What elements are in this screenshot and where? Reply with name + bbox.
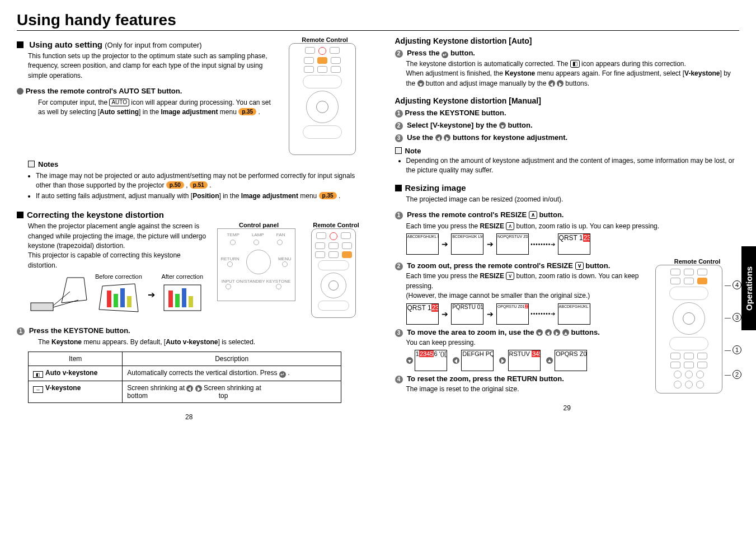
- resize-step3: To move the area to zoom in, use the but…: [395, 328, 646, 337]
- auto-setting-step1-body: For computer input, the AUTO icon will a…: [38, 98, 279, 118]
- svg-marker-14: [188, 387, 191, 391]
- manual-step1: Press the KEYSTONE button.: [395, 109, 740, 118]
- auto-v-keystone-icon: ◧: [33, 371, 43, 378]
- svg-rect-7: [120, 288, 125, 307]
- svg-rect-8: [127, 296, 132, 307]
- svg-marker-29: [548, 359, 551, 362]
- resize-intro: The projected image can be resized (zoom…: [406, 195, 740, 204]
- callout-3: — 3: [725, 313, 741, 322]
- callout-2: — 2: [725, 370, 741, 379]
- callout-4: — 4: [725, 280, 741, 289]
- left-button-icon-2: [548, 80, 555, 87]
- enter-button-icon-2: ↵: [442, 51, 448, 58]
- keystone-step1-body: The Keystone menu appears. By default, […: [38, 338, 361, 347]
- remote-control-label-2: Remote Control: [311, 222, 361, 228]
- keystone-intro2: This projector is capable of correcting …: [28, 251, 207, 270]
- up-button-icon: [562, 329, 569, 336]
- svg-marker-24: [556, 331, 558, 336]
- svg-rect-11: [175, 294, 180, 307]
- resize-step1-body: Each time you press the RESIZE ∧ button,…: [406, 222, 740, 231]
- down-button-icon-3: [536, 329, 543, 336]
- auto-step2-body1: The keystone distortion is automatically…: [406, 59, 740, 69]
- step-1-icon-c: [395, 212, 403, 219]
- keystone-intro: When the projector placement angle again…: [28, 222, 207, 251]
- svg-marker-25: [564, 332, 567, 335]
- svg-rect-10: [168, 291, 173, 307]
- section-tab: Operations: [741, 246, 756, 330]
- svg-marker-26: [408, 360, 411, 363]
- resize-down-icon-2: ∨: [506, 272, 514, 280]
- manual-step3: Use the buttons for keystone adjustment.: [395, 133, 740, 142]
- down-button-icon: [417, 80, 424, 87]
- step-3-icon-b: [395, 329, 403, 337]
- right-button-icon-4: [553, 329, 560, 336]
- notes-heading-1: Notes: [28, 160, 361, 170]
- down-demo-icon: [406, 357, 413, 364]
- page-number-right: 29: [395, 404, 740, 412]
- resize-step2-body: Each time you press the RESIZE ∨ button,…: [406, 271, 646, 301]
- page-ref-35a: p.35: [238, 108, 256, 115]
- page-ref-35b: p.35: [319, 192, 337, 199]
- svg-rect-1: [31, 303, 53, 311]
- resize-step2: To zoom out, press the remote control's …: [395, 261, 646, 270]
- auto-adjust-heading: Adjusting Keystone distortion [Auto]: [395, 36, 740, 45]
- manual-note: Depending on the amount of keystone adju…: [406, 156, 740, 175]
- step-2-icon: [395, 50, 403, 58]
- auto-setting-intro: This function sets up the projector to t…: [28, 51, 279, 81]
- keystone-heading: Correcting the keystone distortion: [17, 210, 361, 219]
- resize-step4-body: The image is reset to the original size.: [406, 385, 646, 394]
- projector-figure: [28, 275, 90, 317]
- svg-marker-18: [559, 82, 562, 87]
- svg-rect-13: [189, 296, 193, 307]
- right-button-icon-3: [444, 134, 450, 141]
- page-number-left: 28: [17, 413, 361, 421]
- resize-heading: Resizing image: [395, 183, 740, 193]
- resize-down-icon: ∨: [575, 262, 584, 270]
- auto-step2: Press the ↵ button.: [395, 49, 740, 58]
- left-button-icon: [186, 385, 193, 392]
- resize-step1: Press the remote control's RESIZE ∧ butt…: [395, 210, 740, 221]
- control-panel-label: Control panel: [217, 222, 301, 228]
- remote-control-figure-2: [311, 228, 356, 318]
- move-zoom-figure: 123456 '()[]{}?< DEFGH PQRST 123456 RSTU…: [406, 350, 646, 371]
- right-page: Adjusting Keystone distortion [Auto] Pre…: [395, 36, 740, 421]
- v-keystone-icon: ▫▫: [33, 386, 43, 393]
- manual-step2: Select [V-keystone] by the button.: [395, 121, 740, 130]
- enter-button-icon: ↵: [279, 371, 286, 378]
- left-button-icon-3: [435, 134, 442, 141]
- step-2-icon-b: [395, 122, 403, 130]
- callout-1: — 1: [725, 345, 741, 354]
- up-demo-icon: [546, 357, 553, 364]
- left-page: Using auto setting (Only for input from …: [17, 36, 361, 421]
- processing-icon: ◧: [570, 60, 580, 68]
- svg-rect-6: [114, 294, 118, 307]
- svg-marker-17: [550, 82, 553, 87]
- before-correction-figure: Before correction: [95, 273, 142, 317]
- auto-icon: AUTO: [109, 99, 129, 106]
- svg-marker-0: [62, 278, 87, 303]
- resize-step4: To reset the zoom, press the RETURN butt…: [395, 374, 646, 383]
- bullet-icon: [17, 88, 24, 95]
- page-title: Using handy features: [17, 11, 739, 31]
- svg-marker-4: [99, 284, 138, 312]
- zoom-in-figure: ABCDEFGHIJKL MNOPQRSTUVW XYZ0123456789! …: [406, 233, 740, 255]
- control-panel-figure: TEMPLAMPFAN RETURN MENU INPUTON/STANDBYK…: [217, 228, 295, 301]
- step-2-icon-c: [395, 263, 403, 270]
- auto-setting-step1: Press the remote control's AUTO SET butt…: [17, 86, 279, 97]
- svg-marker-21: [446, 137, 449, 141]
- svg-marker-28: [501, 359, 504, 363]
- svg-rect-5: [107, 291, 111, 307]
- svg-marker-16: [419, 83, 422, 86]
- left-demo-icon: [453, 357, 459, 364]
- left-button-icon-4: [545, 329, 552, 336]
- auto-step2-body2: When adjustment is finished, the Keyston…: [406, 69, 740, 88]
- right-demo-icon: [499, 357, 506, 364]
- keystone-step1: Press the KEYSTONE button.: [17, 326, 361, 336]
- step-1-icon: [17, 327, 25, 335]
- step-1-icon-b: [395, 110, 403, 118]
- step-4-icon: [395, 376, 403, 383]
- step-3-icon: [395, 134, 403, 142]
- down-button-icon-2: [499, 122, 506, 129]
- auto-setting-heading: Using auto setting (Only for input from …: [17, 40, 279, 49]
- svg-marker-23: [547, 331, 550, 336]
